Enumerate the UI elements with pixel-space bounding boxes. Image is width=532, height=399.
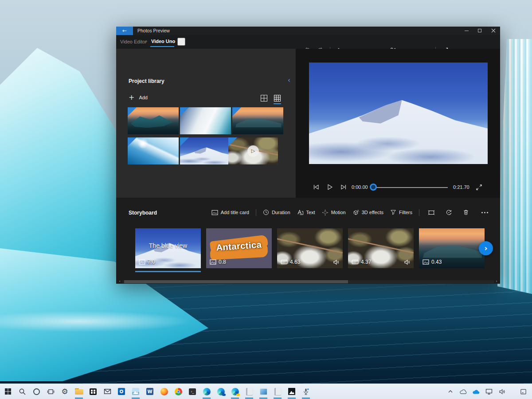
clip-volume-button[interactable] bbox=[333, 259, 340, 265]
rename-project-button[interactable] bbox=[177, 38, 185, 46]
library-thumbnail-iceberg-horizon[interactable] bbox=[232, 107, 283, 134]
seek-bar[interactable] bbox=[372, 187, 448, 188]
previous-frame-button[interactable] bbox=[311, 182, 321, 192]
collapse-panel-button[interactable]: ‹ bbox=[288, 76, 290, 84]
terminal-button[interactable]: ›_ bbox=[187, 386, 198, 397]
scrollbar-thumb[interactable] bbox=[124, 280, 348, 283]
3d-effects-button[interactable]: 3D effects bbox=[352, 209, 383, 216]
library-thumbnail-iceberg-sunset[interactable] bbox=[128, 107, 179, 134]
word-button[interactable]: W bbox=[145, 386, 155, 397]
folder-icon bbox=[75, 388, 83, 395]
voice-recorder-button[interactable] bbox=[301, 386, 311, 397]
outlook-button[interactable] bbox=[116, 386, 127, 397]
show-hidden-icons-button[interactable] bbox=[446, 386, 455, 397]
storyboard-clip-3[interactable]: 4.63 bbox=[277, 228, 343, 268]
text-button[interactable]: Text bbox=[297, 209, 315, 215]
fullscreen-button[interactable] bbox=[473, 182, 484, 192]
clip-volume-button[interactable] bbox=[404, 259, 411, 265]
selected-corner-badge bbox=[128, 137, 137, 146]
minimize-button[interactable] bbox=[460, 27, 473, 35]
window-controls bbox=[460, 27, 500, 35]
storyboard-scrollbar: ‹ › bbox=[116, 280, 500, 284]
breadcrumb-project-name[interactable]: Video Uno bbox=[151, 39, 175, 44]
wallpaper-foam bbox=[0, 306, 248, 337]
taskbar-search-button[interactable] bbox=[17, 386, 27, 397]
start-button[interactable] bbox=[3, 386, 13, 397]
mail-button[interactable] bbox=[102, 386, 113, 397]
storyboard-clip-4[interactable]: 4.37 bbox=[348, 228, 414, 268]
back-icon: ← bbox=[122, 27, 127, 34]
storyboard-clip-2[interactable]: Antarctica 0.8 bbox=[206, 228, 272, 268]
photos-app-window: ← Photos Preview Video Editor › Video Un… bbox=[116, 27, 500, 284]
small-grid-view-button[interactable] bbox=[274, 93, 282, 103]
command-bar: Video Editor › Video Uno ♪ Background mu… bbox=[116, 35, 500, 49]
motion-label: Motion bbox=[331, 210, 346, 215]
mail-icon bbox=[104, 388, 111, 395]
onedrive-personal-button[interactable] bbox=[459, 386, 468, 397]
play-icon bbox=[326, 184, 333, 191]
edge-button[interactable] bbox=[201, 386, 212, 397]
firefox-button[interactable] bbox=[159, 386, 169, 397]
play-button[interactable] bbox=[325, 182, 335, 192]
media-app-button[interactable] bbox=[258, 386, 269, 397]
next-frame-button[interactable] bbox=[338, 182, 349, 192]
next-chevron-icon: › bbox=[484, 244, 487, 253]
seek-thumb[interactable] bbox=[370, 184, 377, 191]
scroll-clips-next-button[interactable]: › bbox=[479, 241, 493, 255]
video-preview[interactable] bbox=[309, 63, 488, 164]
back-button[interactable]: ← bbox=[116, 27, 133, 35]
edge-beta-button[interactable] bbox=[215, 386, 226, 397]
chrome-button[interactable] bbox=[173, 386, 184, 397]
clip-duration: 4.37 bbox=[361, 259, 371, 265]
toolbar-separator bbox=[256, 209, 256, 216]
storyboard-clip-5[interactable]: 0.43 bbox=[419, 228, 485, 268]
resize-card-button[interactable] bbox=[426, 207, 437, 217]
scroll-left-button[interactable]: ‹ bbox=[117, 278, 122, 284]
library-thumbnail-blue-slope[interactable] bbox=[128, 137, 179, 164]
onedrive-button[interactable] bbox=[472, 386, 481, 397]
task-view-button[interactable] bbox=[45, 386, 56, 397]
elapsed-time: 0:00.00 bbox=[352, 184, 368, 190]
edge-canary-button[interactable] bbox=[230, 386, 240, 397]
storyboard-clip-1[interactable]: The blue view 7.0 bbox=[135, 228, 201, 268]
large-grid-view-button[interactable] bbox=[260, 93, 268, 103]
filters-button[interactable]: Filters bbox=[390, 209, 412, 215]
library-thumbnail-mountain[interactable] bbox=[180, 137, 231, 164]
scrollbar-track[interactable] bbox=[122, 280, 494, 283]
firefox-icon bbox=[160, 388, 168, 395]
rotate-button[interactable] bbox=[443, 207, 454, 217]
journal-app-button[interactable] bbox=[272, 386, 283, 397]
volume-button[interactable] bbox=[497, 386, 506, 397]
add-title-card-button[interactable]: Add title card bbox=[211, 210, 249, 215]
settings-button[interactable]: ⚙ bbox=[59, 386, 70, 397]
storyboard-more-button[interactable] bbox=[478, 207, 491, 217]
file-explorer-button[interactable] bbox=[74, 386, 84, 397]
pencil-icon bbox=[178, 39, 185, 46]
add-title-card-label: Add title card bbox=[221, 210, 249, 215]
microsoft-store-button[interactable] bbox=[88, 386, 98, 397]
close-icon bbox=[487, 27, 500, 35]
motion-button[interactable]: Motion bbox=[322, 209, 346, 216]
taskbar-icons: ⚙ W ›_ bbox=[0, 386, 311, 397]
breadcrumb-video-editor[interactable]: Video Editor bbox=[120, 39, 147, 44]
add-media-button[interactable]: + Add bbox=[129, 93, 148, 102]
cortana-button[interactable] bbox=[31, 386, 42, 397]
maximize-button[interactable] bbox=[473, 27, 487, 35]
photo-viewer-icon bbox=[132, 388, 139, 395]
close-button[interactable] bbox=[487, 27, 500, 35]
notification-icon bbox=[520, 388, 527, 395]
scroll-right-button[interactable]: › bbox=[494, 278, 499, 284]
photos-app-button[interactable] bbox=[286, 386, 297, 397]
titlebar[interactable]: ← Photos Preview bbox=[116, 27, 500, 35]
project-library-panel: Project library ‹ + Add bbox=[116, 49, 296, 198]
library-thumbnail-iceberg-wall[interactable] bbox=[180, 107, 231, 134]
photo-viewer-button[interactable] bbox=[130, 386, 141, 397]
delete-button[interactable] bbox=[461, 207, 471, 217]
library-thumbnail-stream-video[interactable]: ▷ bbox=[228, 137, 278, 164]
duration-button[interactable]: Duration bbox=[263, 209, 290, 215]
action-center-button[interactable] bbox=[519, 386, 528, 397]
network-button[interactable] bbox=[485, 386, 493, 397]
search-icon bbox=[19, 388, 26, 395]
notebook-app-button[interactable] bbox=[244, 386, 254, 397]
trash-icon bbox=[463, 209, 469, 215]
